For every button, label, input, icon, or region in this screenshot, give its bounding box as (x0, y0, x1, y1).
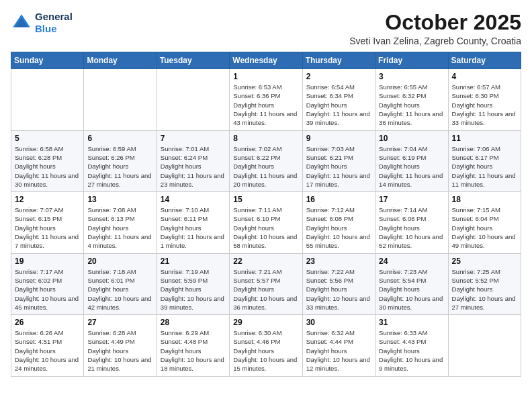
day-info: Sunrise: 6:54 AMSunset: 6:34 PMDaylight … (306, 83, 371, 127)
weekday-header-row: SundayMondayTuesdayWednesdayThursdayFrid… (11, 52, 521, 69)
day-info: Sunrise: 7:12 AMSunset: 6:08 PMDaylight … (306, 205, 371, 250)
weekday-header-friday: Friday (375, 52, 448, 69)
calendar-cell: 17Sunrise: 7:14 AMSunset: 6:06 PMDayligh… (375, 192, 448, 253)
day-info: Sunrise: 7:23 AMSunset: 5:54 PMDaylight … (379, 267, 444, 312)
day-number: 27 (87, 318, 152, 327)
day-info: Sunrise: 6:32 AMSunset: 4:44 PMDaylight … (306, 328, 371, 373)
calendar-cell (448, 315, 521, 376)
day-number: 23 (306, 257, 371, 266)
calendar-cell (157, 69, 229, 130)
day-number: 17 (379, 195, 444, 204)
day-number: 19 (15, 257, 80, 266)
day-number: 9 (306, 134, 371, 143)
calendar-week-row: 5Sunrise: 6:58 AMSunset: 6:28 PMDaylight… (11, 130, 521, 191)
calendar-table: SundayMondayTuesdayWednesdayThursdayFrid… (11, 52, 521, 376)
day-number: 26 (15, 318, 80, 327)
day-info: Sunrise: 7:08 AMSunset: 6:13 PMDaylight … (87, 205, 152, 250)
day-info: Sunrise: 7:01 AMSunset: 6:24 PMDaylight … (161, 144, 226, 189)
calendar-cell: 8Sunrise: 7:02 AMSunset: 6:22 PMDaylight… (230, 130, 302, 191)
calendar-cell: 12Sunrise: 7:07 AMSunset: 6:15 PMDayligh… (11, 192, 84, 253)
calendar-cell: 26Sunrise: 6:26 AMSunset: 4:51 PMDayligh… (11, 315, 84, 376)
day-number: 3 (379, 72, 444, 81)
day-info: Sunrise: 7:07 AMSunset: 6:15 PMDaylight … (15, 205, 80, 250)
calendar-cell: 15Sunrise: 7:11 AMSunset: 6:10 PMDayligh… (230, 192, 302, 253)
logo-line1: General (35, 11, 73, 23)
day-info: Sunrise: 7:06 AMSunset: 6:17 PMDaylight … (452, 144, 517, 189)
logo: General Blue (11, 11, 73, 35)
calendar-cell: 13Sunrise: 7:08 AMSunset: 6:13 PMDayligh… (84, 192, 157, 253)
weekday-header-monday: Monday (84, 52, 157, 69)
calendar-cell: 30Sunrise: 6:32 AMSunset: 4:44 PMDayligh… (302, 315, 375, 376)
day-info: Sunrise: 6:57 AMSunset: 6:30 PMDaylight … (452, 83, 517, 127)
calendar-cell: 25Sunrise: 7:25 AMSunset: 5:52 PMDayligh… (448, 253, 521, 314)
day-number: 6 (87, 134, 152, 143)
calendar-cell: 18Sunrise: 7:15 AMSunset: 6:04 PMDayligh… (448, 192, 521, 253)
day-number: 5 (15, 134, 80, 143)
day-number: 11 (452, 134, 517, 143)
weekday-header-thursday: Thursday (302, 52, 375, 69)
day-info: Sunrise: 6:55 AMSunset: 6:32 PMDaylight … (379, 83, 444, 127)
day-info: Sunrise: 7:11 AMSunset: 6:10 PMDaylight … (233, 205, 298, 250)
day-number: 25 (452, 257, 517, 266)
day-number: 16 (306, 195, 371, 204)
calendar-cell: 28Sunrise: 6:29 AMSunset: 4:48 PMDayligh… (157, 315, 229, 376)
calendar-cell: 5Sunrise: 6:58 AMSunset: 6:28 PMDaylight… (11, 130, 84, 191)
day-number: 1 (233, 72, 298, 81)
day-info: Sunrise: 6:58 AMSunset: 6:28 PMDaylight … (15, 144, 80, 189)
day-info: Sunrise: 7:22 AMSunset: 5:56 PMDaylight … (306, 267, 371, 312)
day-info: Sunrise: 7:03 AMSunset: 6:21 PMDaylight … (306, 144, 371, 189)
day-number: 14 (161, 195, 226, 204)
day-number: 12 (15, 195, 80, 204)
day-number: 15 (233, 195, 298, 204)
day-number: 20 (87, 257, 152, 266)
calendar-cell: 6Sunrise: 6:59 AMSunset: 6:26 PMDaylight… (84, 130, 157, 191)
title-section: October 2025 Sveti Ivan Zelina, Zagreb C… (349, 11, 521, 46)
day-number: 31 (379, 318, 444, 327)
day-number: 24 (379, 257, 444, 266)
day-number: 29 (233, 318, 298, 327)
day-info: Sunrise: 6:30 AMSunset: 4:46 PMDaylight … (233, 328, 298, 373)
calendar-week-row: 19Sunrise: 7:17 AMSunset: 6:02 PMDayligh… (11, 253, 521, 314)
calendar-cell: 1Sunrise: 6:53 AMSunset: 6:36 PMDaylight… (230, 69, 302, 130)
day-info: Sunrise: 6:53 AMSunset: 6:36 PMDaylight … (233, 83, 298, 127)
weekday-header-sunday: Sunday (11, 52, 84, 69)
calendar-cell: 14Sunrise: 7:10 AMSunset: 6:11 PMDayligh… (157, 192, 229, 253)
calendar-cell (11, 69, 84, 130)
calendar-week-row: 12Sunrise: 7:07 AMSunset: 6:15 PMDayligh… (11, 192, 521, 253)
day-number: 21 (161, 257, 226, 266)
calendar-cell: 4Sunrise: 6:57 AMSunset: 6:30 PMDaylight… (448, 69, 521, 130)
day-number: 8 (233, 134, 298, 143)
calendar-cell: 31Sunrise: 6:33 AMSunset: 4:43 PMDayligh… (375, 315, 448, 376)
calendar-cell: 9Sunrise: 7:03 AMSunset: 6:21 PMDaylight… (302, 130, 375, 191)
day-info: Sunrise: 7:02 AMSunset: 6:22 PMDaylight … (233, 144, 298, 189)
day-number: 30 (306, 318, 371, 327)
day-info: Sunrise: 7:19 AMSunset: 5:59 PMDaylight … (161, 267, 226, 312)
day-info: Sunrise: 6:29 AMSunset: 4:48 PMDaylight … (161, 328, 226, 373)
day-info: Sunrise: 6:59 AMSunset: 6:26 PMDaylight … (87, 144, 152, 189)
weekday-header-tuesday: Tuesday (157, 52, 229, 69)
day-number: 7 (161, 134, 226, 143)
page-header: General Blue October 2025 Sveti Ivan Zel… (11, 11, 521, 46)
location-subtitle: Sveti Ivan Zelina, Zagreb County, Croati… (349, 36, 521, 46)
calendar-cell: 10Sunrise: 7:04 AMSunset: 6:19 PMDayligh… (375, 130, 448, 191)
calendar-cell: 11Sunrise: 7:06 AMSunset: 6:17 PMDayligh… (448, 130, 521, 191)
weekday-header-wednesday: Wednesday (230, 52, 302, 69)
calendar-cell: 16Sunrise: 7:12 AMSunset: 6:08 PMDayligh… (302, 192, 375, 253)
calendar-cell: 27Sunrise: 6:28 AMSunset: 4:49 PMDayligh… (84, 315, 157, 376)
day-info: Sunrise: 6:28 AMSunset: 4:49 PMDaylight … (87, 328, 152, 373)
calendar-cell: 24Sunrise: 7:23 AMSunset: 5:54 PMDayligh… (375, 253, 448, 314)
calendar-week-row: 1Sunrise: 6:53 AMSunset: 6:36 PMDaylight… (11, 69, 521, 130)
day-number: 2 (306, 72, 371, 81)
day-info: Sunrise: 7:15 AMSunset: 6:04 PMDaylight … (452, 205, 517, 250)
day-info: Sunrise: 7:04 AMSunset: 6:19 PMDaylight … (379, 144, 444, 189)
calendar-cell: 21Sunrise: 7:19 AMSunset: 5:59 PMDayligh… (157, 253, 229, 314)
day-number: 18 (452, 195, 517, 204)
day-number: 10 (379, 134, 444, 143)
weekday-header-saturday: Saturday (448, 52, 521, 69)
month-title: October 2025 (349, 11, 521, 34)
calendar-cell: 19Sunrise: 7:17 AMSunset: 6:02 PMDayligh… (11, 253, 84, 314)
calendar-cell: 22Sunrise: 7:21 AMSunset: 5:57 PMDayligh… (230, 253, 302, 314)
logo-icon (11, 12, 32, 34)
day-info: Sunrise: 7:10 AMSunset: 6:11 PMDaylight … (161, 205, 226, 250)
calendar-cell: 23Sunrise: 7:22 AMSunset: 5:56 PMDayligh… (302, 253, 375, 314)
